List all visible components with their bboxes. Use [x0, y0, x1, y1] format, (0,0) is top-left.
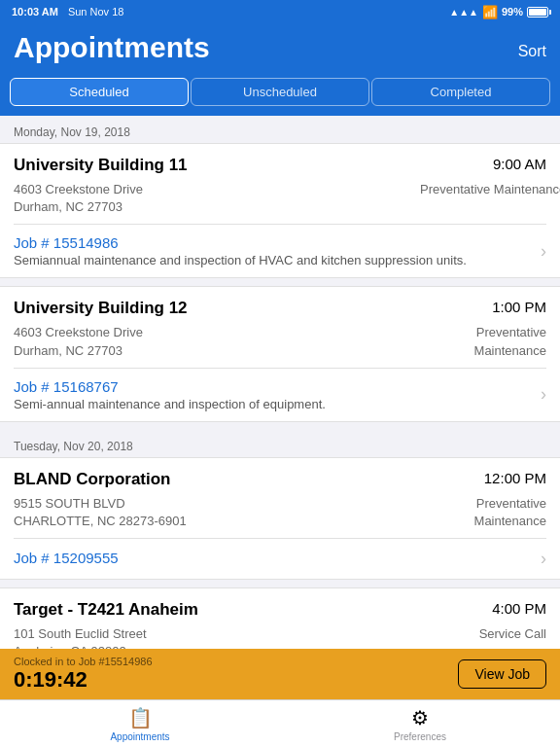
- card-job-info-2: Job # 15168767 Semi-annual maintenance a…: [14, 378, 533, 411]
- appointment-card-1: University Building 11 9:00 AM 4603 Cree…: [0, 143, 560, 278]
- clockin-label: Clocked in to Job #15514986: [14, 656, 153, 667]
- battery-icon: [527, 7, 548, 18]
- tab-bar: Scheduled Unscheduled Completed: [0, 78, 560, 116]
- clockin-bar: Clocked in to Job #15514986 0:19:42 View…: [0, 649, 560, 699]
- signal-icon: ▲▲▲: [449, 7, 478, 18]
- card-job-info-3: Job # 15209555: [14, 550, 533, 568]
- date-header-1: Monday, Nov 19, 2018: [0, 116, 560, 143]
- card-title-3: BLAND Corporation: [14, 470, 476, 489]
- chevron-icon-3: ›: [541, 549, 546, 569]
- card-title-2: University Building 12: [14, 299, 484, 318]
- clockin-info: Clocked in to Job #15514986 0:19:42: [14, 656, 153, 693]
- status-time: 10:03 AM Sun Nov 18: [12, 6, 123, 18]
- appointment-card-3: BLAND Corporation 12:00 PM 9515 SOUTH BL…: [0, 457, 560, 580]
- bottom-nav: 📋 Appointments ⚙ Preferences: [0, 699, 560, 747]
- card-job-row-3[interactable]: Job # 15209555 ›: [0, 539, 560, 579]
- card-job-number-1: Job # 15514986: [14, 234, 533, 251]
- card-job-info-1: Job # 15514986 Semiannual maintenance an…: [14, 234, 533, 267]
- card-address-1: 4603 Creekstone DriveDurham, NC 27703: [14, 181, 143, 216]
- date-header-2: Tuesday, Nov 20, 2018: [0, 430, 560, 457]
- card-time-3: 12:00 PM: [484, 470, 546, 486]
- nav-preferences-label: Preferences: [394, 731, 446, 742]
- card-time-1: 9:00 AM: [493, 156, 546, 172]
- card-job-desc-2: Semi-annual maintenance and inspection o…: [14, 397, 533, 411]
- nav-appointments-label: Appointments: [110, 731, 169, 742]
- card-title-1: University Building 11: [14, 156, 485, 175]
- tab-scheduled[interactable]: Scheduled: [10, 78, 189, 106]
- clockin-time: 0:19:42: [14, 667, 153, 693]
- page-title: Appointments: [14, 31, 210, 64]
- card-job-number-3: Job # 15209555: [14, 550, 533, 566]
- preferences-nav-icon: ⚙: [411, 706, 429, 729]
- card-job-desc-1: Semiannual maintenance and inspection of…: [14, 253, 533, 267]
- card-service-2: PreventativeMaintenance: [474, 324, 546, 359]
- card-service-4: Service Call: [479, 625, 546, 643]
- wifi-icon: 📶: [482, 5, 498, 19]
- chevron-icon-1: ›: [541, 241, 546, 262]
- chevron-icon-2: ›: [541, 384, 546, 405]
- tab-completed[interactable]: Completed: [371, 78, 550, 106]
- card-service-1: Preventative Maintenance: [420, 181, 546, 198]
- card-job-row-1[interactable]: Job # 15514986 Semiannual maintenance an…: [0, 225, 560, 277]
- card-job-row-2[interactable]: Job # 15168767 Semi-annual maintenance a…: [0, 369, 560, 421]
- nav-preferences[interactable]: ⚙ Preferences: [280, 700, 560, 747]
- tab-unscheduled[interactable]: Unscheduled: [191, 78, 369, 106]
- appointments-nav-icon: 📋: [128, 706, 153, 729]
- header: Appointments Sort: [0, 23, 560, 78]
- appointment-card-2: University Building 12 1:00 PM 4603 Cree…: [0, 286, 560, 421]
- card-title-4: Target - T2421 Anaheim: [14, 600, 484, 620]
- date-display: Sun Nov 18: [68, 6, 123, 18]
- status-icons: ▲▲▲ 📶 99%: [449, 5, 548, 19]
- sort-button[interactable]: Sort: [518, 43, 546, 64]
- status-bar: 10:03 AM Sun Nov 18 ▲▲▲ 📶 99%: [0, 0, 560, 23]
- view-job-button[interactable]: View Job: [458, 659, 546, 689]
- card-address-3: 9515 SOUTH BLVDCHARLOTTE, NC 28273-6901: [14, 495, 187, 530]
- nav-appointments[interactable]: 📋 Appointments: [0, 700, 280, 747]
- card-job-number-2: Job # 15168767: [14, 378, 533, 395]
- card-time-4: 4:00 PM: [492, 600, 546, 617]
- time-display: 10:03 AM: [12, 6, 58, 18]
- battery-percent: 99%: [502, 6, 523, 18]
- card-address-2: 4603 Creekstone DriveDurham, NC 27703: [14, 324, 143, 359]
- card-service-3: PreventativeMaintenance: [474, 495, 546, 530]
- card-time-2: 1:00 PM: [492, 299, 546, 315]
